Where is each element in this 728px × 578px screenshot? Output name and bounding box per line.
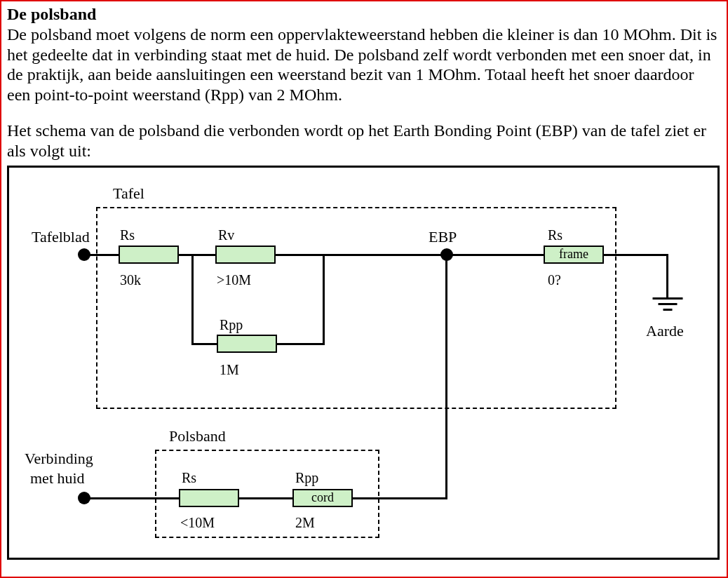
rpp-pols-inner: cord bbox=[311, 490, 334, 506]
page-title: De polsband bbox=[7, 5, 96, 23]
rs-tafel-resistor bbox=[119, 246, 179, 264]
wire bbox=[276, 254, 447, 256]
rs-frame-inner: frame bbox=[559, 247, 588, 262]
aarde-label: Aarde bbox=[646, 322, 684, 340]
rpp-tafel-value: 1M bbox=[220, 361, 239, 378]
rv-tafel-value: >10M bbox=[217, 271, 251, 288]
wire bbox=[323, 254, 325, 345]
rs-frame-value: 0? bbox=[548, 271, 561, 288]
verbinding-label-2: met huid bbox=[30, 469, 85, 488]
wire bbox=[239, 497, 292, 499]
rpp-tafel-resistor bbox=[217, 335, 277, 353]
rv-tafel-name: Rv bbox=[218, 227, 234, 243]
rpp-pols-value: 2M bbox=[295, 514, 315, 531]
paragraph-2: Het schema van de polsband die verbonden… bbox=[7, 121, 721, 161]
wire bbox=[666, 254, 668, 297]
paragraph-1: De polsband moet volgens de norm een opp… bbox=[7, 25, 717, 104]
tafelblad-label: Tafelblad bbox=[32, 228, 90, 246]
ground-icon bbox=[652, 297, 682, 318]
rs-pols-resistor bbox=[179, 489, 239, 507]
verbinding-label-1: Verbinding bbox=[25, 450, 93, 468]
wire bbox=[191, 343, 217, 345]
rs-tafel-value: 30k bbox=[120, 271, 141, 288]
rpp-tafel-name: Rpp bbox=[220, 316, 243, 333]
wire bbox=[191, 254, 194, 345]
rpp-pols-name: Rpp bbox=[295, 469, 318, 486]
rs-pols-name: Rs bbox=[182, 469, 196, 486]
wire bbox=[604, 254, 668, 256]
rs-frame-resistor: frame bbox=[544, 246, 604, 264]
rpp-pols-resistor: cord bbox=[292, 489, 353, 507]
tafel-group bbox=[96, 207, 616, 409]
wire bbox=[445, 256, 447, 499]
wire bbox=[353, 497, 447, 499]
wire bbox=[447, 254, 544, 256]
wire bbox=[277, 343, 325, 345]
rs-frame-name: Rs bbox=[548, 227, 562, 243]
ebp-label: EBP bbox=[429, 228, 457, 246]
rv-tafel-resistor bbox=[215, 246, 276, 264]
rs-tafel-name: Rs bbox=[120, 227, 135, 243]
wire bbox=[85, 254, 119, 256]
tafel-label: Tafel bbox=[113, 184, 144, 203]
wire bbox=[85, 497, 179, 499]
schematic: Tafel Tafelblad Rs 30k Rv >10M EBP Rs fr… bbox=[7, 166, 720, 560]
rs-pols-value: <10M bbox=[180, 514, 215, 531]
polsband-label: Polsband bbox=[169, 427, 226, 445]
wire bbox=[179, 254, 215, 256]
